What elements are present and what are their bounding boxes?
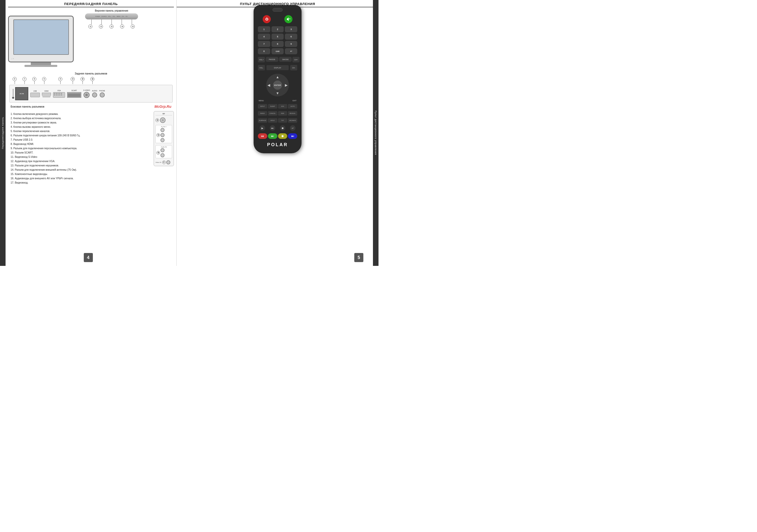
yellow-btn[interactable]: ⏺ <box>278 133 288 139</box>
smode-btn[interactable]: SMODE <box>279 57 292 62</box>
mute-button[interactable] <box>285 15 292 23</box>
desc-item-15: 15. Компонентные видеовходы. <box>11 172 149 176</box>
desc-item-6: 6. Разъем подключения шнура питания 100-… <box>11 133 149 138</box>
pmode-smode-row: VOL+ PMODE SMODE CH+ <box>257 56 298 63</box>
video-in-connector: Video IN ⑰ <box>155 160 172 164</box>
nav-circle: ▲ ▼ ◀ ▶ ENTER <box>266 74 289 96</box>
tv-illustration: ○ + <box>8 16 74 67</box>
btn-6[interactable]: 6 <box>285 34 297 40</box>
desc-item-12: 12. Аудиовход при подключении VGA. <box>11 159 149 163</box>
auto-btn[interactable]: AUTO <box>288 104 297 109</box>
btn-2[interactable]: 2 <box>271 26 284 32</box>
desc-item-8: 8. Видеовход HDMI. <box>11 142 149 146</box>
reveal-btn[interactable]: REVEAL <box>288 111 297 116</box>
txt-btn[interactable]: TXT <box>278 118 288 123</box>
exit-btn[interactable]: EXIT <box>292 100 296 102</box>
phone-connector: PHONE <box>99 90 105 97</box>
right-section: ПУЛЬТ ДИСТАНЦИОННОГО УПРАВЛЕНИЯ ⏻ <box>177 0 378 266</box>
subpage-btn[interactable]: SUBPAGE <box>258 118 267 123</box>
btn-1[interactable]: 1 <box>258 26 270 32</box>
sleep-btn[interactable]: SLEEP <box>268 104 277 109</box>
page-container: Передняя/задняя панель ПЕРЕДНЯЯ/ЗАДНЯЯ П… <box>0 0 378 266</box>
index-btn[interactable]: INDEX <box>258 111 267 116</box>
hold-btn[interactable]: HOLD <box>268 118 277 123</box>
nav-right[interactable]: ▶ <box>285 83 288 87</box>
top-control-panel: Верхняя панель управления POWER SOURCE V… <box>77 9 146 29</box>
ch-minus-btn[interactable]: CH- <box>290 65 297 71</box>
function-grid-1: INPUT SLEEP 16:9 AUTO <box>257 104 298 109</box>
cancel-btn[interactable]: CANCEL <box>268 111 277 116</box>
btn-back[interactable]: ↩ <box>285 48 297 54</box>
left-section: Передняя/задняя панель ПЕРЕДНЯЯ/ЗАДНЯЯ П… <box>0 0 177 266</box>
desc-item-1: 1. Кнопка включения дежурного режима. <box>11 112 149 116</box>
stop-btn[interactable]: ⏹ <box>280 125 286 131</box>
btn-4[interactable]: 4 <box>258 34 270 40</box>
blue-btn[interactable]: ⏭ <box>288 133 297 139</box>
ac-in-connector: AC IN <box>12 87 28 100</box>
desc-item-10: 10. Разъем SCART. <box>11 150 149 155</box>
top-panel-label: Верхняя панель управления <box>77 9 146 12</box>
side-panel-illustration: RF ⑭ Py Pb Y <box>154 111 174 187</box>
ypbpr-connector: Py Pb Y ⑮ <box>155 125 172 143</box>
remote-body: ⏻ 1 2 3 4 5 <box>254 5 302 153</box>
nav-left[interactable]: ◀ <box>267 83 270 87</box>
size-btn[interactable]: SIZE <box>278 111 288 116</box>
desc-item-17: 17. Видеовход. <box>11 180 149 185</box>
btn-8[interactable]: 8 <box>271 41 284 47</box>
desc-item-11: 11. Видеовход S-Video <box>11 155 149 159</box>
brand-label: POLAR <box>257 141 298 148</box>
number-grid: 1 2 3 4 5 6 7 8 9 0 GNR ↩ <box>257 26 298 55</box>
display-btn[interactable]: DISPLAY <box>266 65 289 70</box>
desc-item-13: 13. Разъем для подключения наушников. <box>11 163 149 168</box>
audio-in-connector: Audio IN ⑯ <box>155 145 172 158</box>
num-5: ⑤ <box>131 24 135 29</box>
menu-btn[interactable]: MENU <box>258 100 264 102</box>
rear-panel-label: Задняя панель разъемов <box>8 72 174 75</box>
btn-gnr[interactable]: GNR <box>271 48 284 54</box>
function-grid-2: INDEX CANCEL SIZE REVEAL <box>257 110 298 116</box>
btn-9[interactable]: 9 <box>285 41 297 47</box>
desc-items: 1. Кнопка включения дежурного режима. 2.… <box>8 110 151 187</box>
remote-notch <box>273 8 283 12</box>
skip-btn[interactable]: ⏭ <box>270 125 275 131</box>
desc-item-14: 14. Разъем для подключения внешней антен… <box>11 168 149 172</box>
input-btn[interactable]: INPUT <box>258 104 267 109</box>
play-btn[interactable]: ▶ <box>260 125 265 131</box>
nav-up[interactable]: ▲ <box>276 75 279 79</box>
right-sidebar-label: Пульт дистанционного управления <box>373 0 378 266</box>
ch-plus-btn[interactable]: CH+ <box>292 57 299 62</box>
return-btn[interactable]: ↩ <box>290 125 295 131</box>
color-row: ⏮ ⏭ ⏺ ⏭ <box>257 133 298 140</box>
vol-plus-btn[interactable]: VOL+ <box>258 57 265 62</box>
page-num-right: 5 <box>354 253 363 262</box>
btn-3[interactable]: 3 <box>285 26 297 32</box>
nicam-btn[interactable]: NICAM/A2 <box>288 118 297 123</box>
rf-connector: ⑭ <box>155 117 172 123</box>
btn-7[interactable]: 7 <box>258 41 270 47</box>
enter-btn[interactable]: ENTER <box>273 80 282 90</box>
left-content: ПЕРЕДНЯЯ/ЗАДНЯЯ ПАНЕЛЬ ○ + Верхняя панел <box>6 0 176 187</box>
btn-0[interactable]: 0 <box>258 48 270 54</box>
audio-connector: AUDIO <box>92 90 97 97</box>
media-row: ▶ ⏭ ⏹ ↩ <box>257 125 298 131</box>
num-3: ③ <box>109 24 113 29</box>
vol-minus-btn[interactable]: VOL- <box>258 65 265 71</box>
rewind-btn[interactable]: ⏮ <box>258 133 267 139</box>
usb-connector: USB <box>30 90 40 97</box>
page-num-left: 4 <box>84 253 93 262</box>
desc-item-3: 3. Кнопки регулировки громкости звука. <box>11 120 149 125</box>
watermark: McGrp.Ru <box>154 105 171 109</box>
vga-connector: VGA <box>53 90 65 98</box>
desc-item-7: 7. Разъем USB 2.0. <box>11 138 149 142</box>
desc-item-4: 4. Кнопка вызова экранного меню. <box>11 125 149 129</box>
ff-btn[interactable]: ⏭ <box>268 133 277 139</box>
nav-section: ▲ ▼ ◀ ▶ ENTER <box>257 73 298 98</box>
desc-item-2: 2. Кнопка выбора источника видеосигнала. <box>11 116 149 120</box>
btn-5[interactable]: 5 <box>271 34 284 40</box>
menu-exit-row: MENU EXIT <box>257 99 298 102</box>
ratio-btn[interactable]: 16:9 <box>278 104 288 109</box>
nav-down[interactable]: ▼ <box>276 91 279 95</box>
desc-item-5: 5. Кнопки переключения каналов. <box>11 129 149 133</box>
pmode-btn[interactable]: PMODE <box>266 57 278 62</box>
power-button[interactable]: ⏻ <box>263 15 271 23</box>
